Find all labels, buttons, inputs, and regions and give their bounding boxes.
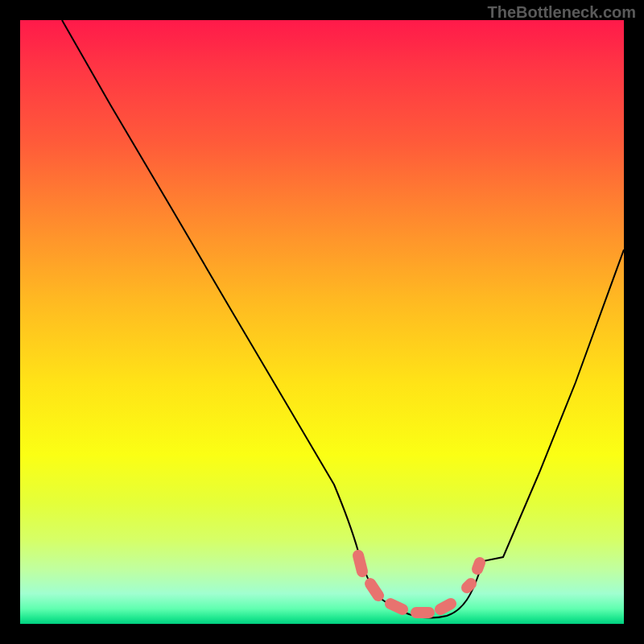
curve-layer bbox=[20, 20, 624, 624]
bottleneck-curve bbox=[62, 20, 624, 618]
watermark-text: TheBottleneck.com bbox=[488, 3, 636, 22]
valley-highlight bbox=[358, 555, 480, 613]
plot-area bbox=[20, 20, 624, 624]
